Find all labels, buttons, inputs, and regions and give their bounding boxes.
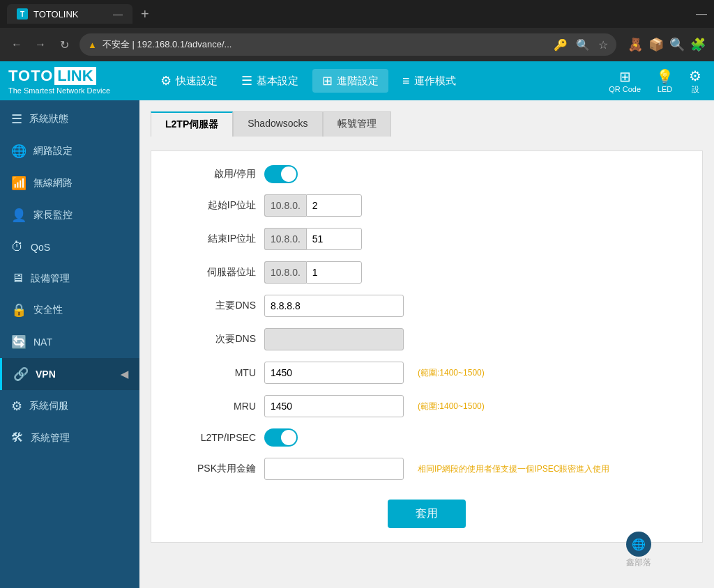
router-ui: TOTO LINK The Smartest Network Device ⚙ … — [0, 61, 714, 588]
l2tp-ipsec-toggle[interactable] — [264, 428, 298, 447]
vpn-icon: 🔗 — [13, 366, 29, 382]
ext-icon-3[interactable]: 🔍 — [669, 37, 685, 52]
network-icon: 🌐 — [11, 144, 26, 159]
browser-tab[interactable]: T TOTOLINK — — [7, 4, 132, 24]
apply-button[interactable]: 套用 — [388, 500, 466, 528]
main-area: ☰ 系統狀態 🌐 網路設定 📶 無線網路 👤 家長監控 ⏱ QoS 🖥 設備 — [0, 100, 714, 588]
system-status-icon: ☰ — [11, 111, 22, 127]
sidebar-arrow-icon: ◀ — [121, 369, 128, 380]
secondary-dns-input[interactable] — [264, 328, 404, 350]
tab-l2tp[interactable]: L2TP伺服器 — [151, 111, 233, 137]
led-button[interactable]: 💡 LED — [651, 65, 679, 96]
qrcode-button[interactable]: ⊞ QR Code — [603, 65, 646, 96]
start-ip-row: 起始IP位址 10.8.0. — [172, 194, 681, 217]
sidebar-label-device: 設備管理 — [31, 272, 70, 285]
form-actions: 套用 — [172, 494, 681, 528]
sidebar-item-nat[interactable]: 🔄 NAT — [0, 326, 139, 358]
ext-icon-1[interactable]: 🧸 — [628, 37, 643, 52]
list-icon: ☰ — [241, 73, 252, 88]
nav-quick-settings[interactable]: ⚙ 快速設定 — [151, 69, 227, 93]
sidebar-label-system-status: 系統狀態 — [29, 113, 68, 125]
nav-back-button[interactable]: ← — [8, 38, 25, 51]
sidebar-item-security[interactable]: 🔒 安全性 — [0, 294, 139, 326]
end-ip-prefix: 10.8.0. — [264, 228, 306, 250]
end-ip-row: 結束IP位址 10.8.0. — [172, 228, 681, 250]
tab-account[interactable]: 帳號管理 — [323, 111, 391, 137]
nav-advanced-label: 進階設定 — [337, 75, 379, 88]
tab-close-button[interactable]: — — [113, 8, 123, 20]
grid-icon: ⊞ — [322, 73, 333, 88]
sidebar-item-network-settings[interactable]: 🌐 網路設定 — [0, 135, 139, 167]
primary-dns-row: 主要DNS — [172, 295, 681, 317]
sidebar-item-wireless[interactable]: 📶 無線網路 — [0, 167, 139, 199]
nav-reload-button[interactable]: ↻ — [56, 38, 73, 52]
l2tp-form: 啟用/停用 起始IP位址 10.8.0. 結束IP位址 — [151, 150, 703, 543]
sidebar-label-parental: 家長監控 — [33, 209, 73, 222]
psk-input[interactable] — [264, 458, 404, 480]
nav-advanced-settings[interactable]: ⊞ 進階設定 — [312, 69, 388, 93]
sidebar-item-system-mgmt[interactable]: 🛠 系統管理 — [0, 422, 139, 454]
nav-mode-label: 運作模式 — [414, 75, 456, 88]
nav-quick-label: 快速設定 — [176, 75, 218, 88]
enable-toggle[interactable] — [264, 165, 298, 183]
primary-dns-input[interactable] — [264, 295, 404, 317]
nav-right-items: ⊞ QR Code 💡 LED ⚙ 設 — [603, 65, 714, 98]
nav-basic-settings[interactable]: ☰ 基本設定 — [231, 69, 308, 93]
watermark-text: 鑫部落 — [626, 557, 651, 568]
nav-operation-mode[interactable]: ≡ 運作模式 — [393, 70, 466, 93]
sidebar-item-system-service[interactable]: ⚙ 系統伺服 — [0, 390, 139, 422]
sidebar-label-security: 安全性 — [33, 304, 63, 316]
mtu-hint: (範圍:1400~1500) — [418, 367, 485, 379]
address-url: 不安全 | 192.168.0.1/advance/... — [102, 38, 232, 51]
server-ip-row: 伺服器位址 10.8.0. — [172, 261, 681, 284]
mgmt-icon: 🛠 — [11, 431, 24, 445]
sidebar-item-device-mgmt[interactable]: 🖥 設備管理 — [0, 263, 139, 294]
qrcode-label: QR Code — [609, 85, 641, 93]
end-ip-input-group: 10.8.0. — [264, 228, 362, 250]
minimize-button[interactable]: — — [696, 8, 707, 20]
ext-icon-4[interactable]: 🧩 — [690, 37, 706, 52]
new-tab-button[interactable]: + — [141, 6, 149, 22]
end-ip-input[interactable] — [306, 228, 362, 250]
tab-favicon: T — [17, 8, 28, 20]
start-ip-label: 起始IP位址 — [172, 199, 256, 212]
mru-input[interactable] — [264, 395, 404, 417]
address-bar-icons: 🔑 🔍 ☆ — [554, 38, 608, 52]
mode-icon: ≡ — [402, 74, 410, 88]
mtu-input[interactable] — [264, 362, 404, 384]
search-icon[interactable]: 🔍 — [576, 38, 590, 52]
secondary-dns-label: 次要DNS — [172, 333, 256, 346]
top-nav-items: ⚙ 快速設定 ☰ 基本設定 ⊞ 進階設定 ≡ 運作模式 — [139, 69, 603, 93]
sidebar-item-system-status[interactable]: ☰ 系統狀態 — [0, 103, 139, 135]
tab-shadowsocks[interactable]: Shadowsocks — [233, 111, 322, 137]
device-icon: 🖥 — [11, 271, 24, 286]
server-ip-prefix: 10.8.0. — [264, 261, 306, 284]
mru-label: MRU — [172, 401, 256, 412]
sidebar-item-parental[interactable]: 👤 家長監控 — [0, 199, 139, 231]
extra-settings-button[interactable]: ⚙ 設 — [683, 65, 707, 98]
logo-toto: TOTO — [8, 67, 53, 85]
start-ip-input[interactable] — [306, 194, 362, 217]
l2tp-ipsec-label: L2TP/IPSEC — [172, 432, 256, 443]
sidebar-label-qos: QoS — [31, 242, 50, 253]
sidebar-label-service: 系統伺服 — [29, 400, 68, 412]
bookmark-icon[interactable]: ☆ — [598, 38, 608, 52]
sidebar-item-qos[interactable]: ⏱ QoS — [0, 231, 139, 263]
sidebar: ☰ 系統狀態 🌐 網路設定 📶 無線網路 👤 家長監控 ⏱ QoS 🖥 設備 — [0, 100, 139, 588]
extra-label: 設 — [692, 84, 699, 95]
enable-row: 啟用/停用 — [172, 165, 681, 183]
server-ip-label: 伺服器位址 — [172, 266, 256, 279]
psk-label: PSK共用金鑰 — [172, 463, 256, 475]
server-ip-input[interactable] — [306, 261, 362, 284]
tab-title: TOTOLINK — [33, 9, 79, 20]
ext-icon-2[interactable]: 📦 — [648, 37, 664, 52]
key-icon[interactable]: 🔑 — [554, 38, 568, 52]
sidebar-item-vpn[interactable]: 🔗 VPN ◀ — [0, 358, 139, 390]
watermark: 🌐 鑫部落 — [626, 532, 651, 568]
content-tabs: L2TP伺服器 Shadowsocks 帳號管理 — [151, 111, 703, 137]
address-bar[interactable]: ▲ 不安全 | 192.168.0.1/advance/... 🔑 🔍 ☆ — [79, 33, 616, 56]
service-icon: ⚙ — [11, 399, 22, 414]
gear-icon: ⚙ — [160, 73, 172, 88]
sidebar-label-network: 網路設定 — [33, 145, 73, 157]
nav-forward-button[interactable]: → — [32, 38, 49, 51]
